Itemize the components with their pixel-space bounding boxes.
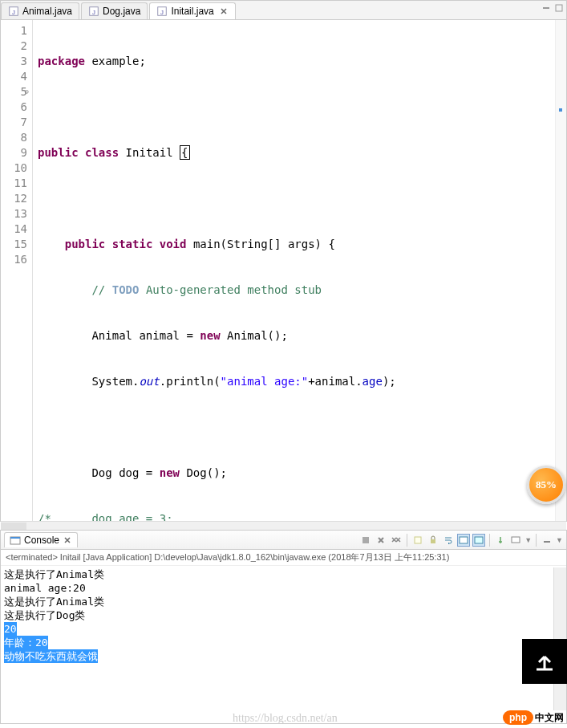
svg-text:J: J — [12, 9, 15, 16]
tab-dog[interactable]: J Dog.java — [81, 2, 148, 19]
svg-rect-7 — [556, 5, 562, 11]
tab-label: Initail.java — [171, 6, 213, 17]
console-line: animal age:20 — [4, 581, 563, 595]
java-file-icon: J — [8, 6, 19, 17]
minimize-icon[interactable] — [541, 2, 552, 14]
line-number: 15 — [1, 237, 27, 252]
svg-rect-6 — [543, 7, 549, 9]
code-editor[interactable]: package example; public class Initail { … — [33, 20, 555, 521]
svg-text:J: J — [160, 9, 164, 16]
svg-rect-14 — [460, 537, 468, 543]
upload-icon[interactable] — [522, 639, 567, 684]
console-line: 这是执行了Animal类 — [4, 567, 563, 581]
console-line: 20 — [4, 622, 17, 636]
line-number: 14 — [1, 222, 27, 237]
console-line: 动物不吃东西就会饿 — [4, 649, 98, 663]
tab-initail[interactable]: J Initail.java — [149, 2, 235, 19]
console-panel: Console ▼ ▼ <terminated> Initail [Java A… — [0, 530, 567, 724]
console-output[interactable]: 这是执行了Animal类 animal age:20 这是执行了Animal类 … — [1, 566, 566, 665]
clear-button[interactable] — [411, 534, 424, 547]
line-number: 6 — [1, 100, 27, 115]
console-icon — [10, 535, 21, 546]
php-logo: php中文网 — [503, 710, 564, 725]
svg-rect-15 — [475, 537, 483, 543]
tab-animal[interactable]: J Animal.java — [1, 2, 79, 19]
remove-all-button[interactable] — [390, 534, 403, 547]
terminate-button[interactable] — [359, 534, 372, 547]
svg-text:J: J — [92, 9, 95, 16]
console-header: Console ▼ ▼ — [1, 531, 566, 550]
line-number: 11 — [1, 176, 27, 191]
line-number: 1 — [1, 23, 27, 39]
line-number: 10 — [1, 161, 27, 176]
editor-body: 1 2 3 4 5⊖ 6 7 8 9 10 11 12 13 14 15 16 … — [1, 20, 566, 521]
word-wrap-button[interactable] — [442, 534, 455, 547]
svg-rect-13 — [431, 539, 435, 543]
close-icon[interactable] — [63, 535, 72, 545]
editor-panel: J Animal.java J Dog.java J Initail.java … — [0, 0, 567, 522]
line-number: 3 — [1, 54, 27, 69]
svg-rect-17 — [544, 541, 550, 543]
line-number: 8 — [1, 130, 27, 145]
line-number: 7 — [1, 115, 27, 130]
close-icon[interactable] — [219, 6, 229, 16]
line-number: 4 — [1, 69, 27, 84]
line-number: 16 — [1, 252, 27, 267]
line-number: 5⊖ — [1, 84, 27, 100]
watermark-text: https://blog.csdn.net/an — [233, 712, 338, 725]
console-line: 这是执行了Animal类 — [4, 595, 563, 608]
min-button[interactable] — [541, 534, 553, 547]
tab-label: Animal.java — [22, 6, 72, 17]
show-stdout-button[interactable] — [472, 534, 485, 547]
display-button[interactable] — [509, 534, 522, 547]
tab-label: Dog.java — [103, 6, 140, 17]
console-title: Console — [24, 535, 59, 546]
java-file-icon: J — [88, 6, 99, 17]
line-number-gutter: 1 2 3 4 5⊖ 6 7 8 9 10 11 12 13 14 15 16 — [1, 20, 33, 521]
svg-rect-11 — [362, 537, 369, 543]
scroll-lock-button[interactable] — [427, 534, 439, 547]
remove-launch-button[interactable] — [375, 534, 387, 547]
console-line: 年龄：20 — [4, 636, 48, 649]
svg-rect-16 — [512, 537, 520, 543]
console-toolbar: ▼ ▼ — [359, 534, 563, 547]
maximize-icon[interactable] — [553, 2, 565, 14]
line-number: 2 — [1, 39, 27, 54]
percent-badge[interactable]: 85% — [527, 466, 565, 504]
line-number: 9 — [1, 145, 27, 161]
show-console-button[interactable] — [457, 534, 470, 547]
console-line: 这是执行了Dog类 — [4, 608, 563, 622]
overview-ruler[interactable] — [555, 20, 566, 521]
line-number: 13 — [1, 206, 27, 222]
svg-rect-10 — [10, 537, 20, 539]
java-file-icon: J — [156, 6, 168, 17]
console-status: <terminated> Initail [Java Application] … — [1, 550, 566, 566]
editor-tab-bar: J Animal.java J Dog.java J Initail.java — [1, 1, 566, 20]
line-number: 12 — [1, 191, 27, 206]
console-tab[interactable]: Console — [4, 532, 78, 547]
pin-button[interactable] — [494, 534, 507, 547]
svg-rect-12 — [415, 537, 421, 543]
